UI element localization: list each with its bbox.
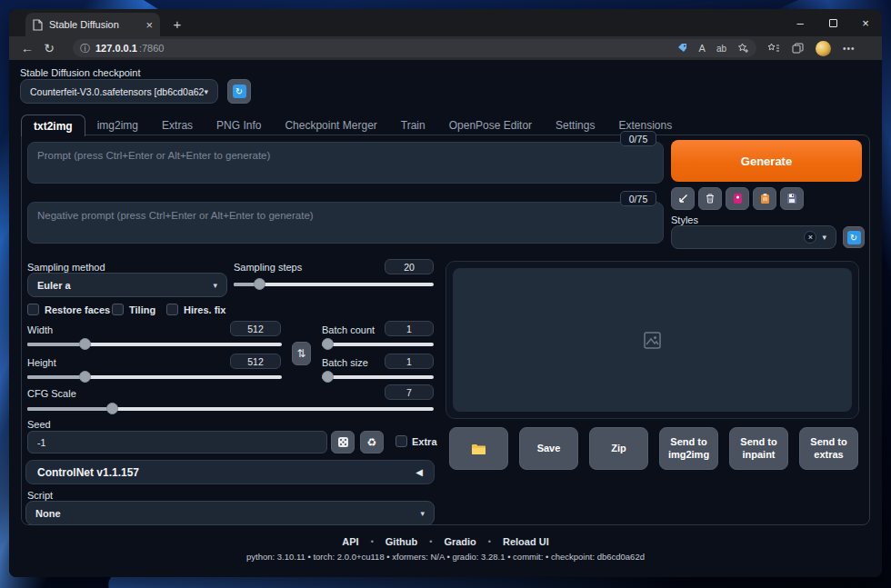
styles-label: Styles — [671, 214, 698, 225]
trash-icon — [705, 193, 716, 204]
random-seed-button[interactable] — [331, 431, 355, 453]
save-style-button[interactable] — [780, 187, 804, 210]
sampling-method-value: Euler a — [37, 280, 71, 291]
slider-thumb[interactable] — [322, 371, 334, 383]
sampling-steps-input[interactable] — [385, 259, 434, 274]
browser-tab-title: Stable Diffusion — [49, 19, 139, 30]
address-bar[interactable]: ⓘ 127.0.0.1 :7860 A ab — [73, 39, 756, 57]
tab-txt2img[interactable]: txt2img — [21, 115, 85, 136]
batch-count-label: Batch count — [322, 324, 375, 335]
tab-png-info[interactable]: PNG Info — [205, 115, 273, 135]
batch-count-slider[interactable] — [322, 338, 434, 350]
slider-fill — [27, 375, 85, 379]
cfg-scale-input[interactable] — [385, 384, 434, 400]
height-slider[interactable] — [27, 371, 282, 383]
script-select[interactable]: None ▾ — [25, 501, 435, 525]
width-input[interactable] — [230, 321, 281, 336]
negative-prompt-input[interactable] — [27, 202, 664, 244]
read-aloud-icon[interactable]: A — [699, 43, 706, 54]
reload-button[interactable]: ↻ — [38, 41, 60, 55]
dot-separator: • — [488, 537, 491, 546]
sampling-steps-label: Sampling steps — [234, 262, 302, 273]
batch-size-slider[interactable] — [322, 371, 434, 383]
open-folder-button[interactable] — [449, 427, 508, 470]
clear-styles-icon[interactable]: × — [804, 231, 816, 244]
styles-select[interactable]: × ▾ — [671, 225, 836, 249]
tab-settings[interactable]: Settings — [544, 115, 606, 135]
tab-close-icon[interactable]: × — [145, 18, 153, 32]
close-button[interactable]: × — [849, 9, 882, 36]
send-to-inpaint-button[interactable]: Send to inpaint — [729, 427, 788, 470]
gradio-link[interactable]: Gradio — [444, 536, 476, 547]
batch-size-input[interactable] — [385, 354, 434, 369]
prompt-input[interactable] — [27, 142, 664, 184]
tiling-checkbox[interactable] — [112, 304, 124, 315]
height-input[interactable] — [230, 354, 281, 369]
back-button[interactable]: ← — [16, 41, 38, 55]
chevron-down-icon: ▾ — [213, 281, 217, 290]
favorites-bar-icon[interactable] — [767, 43, 780, 54]
browser-menu-icon[interactable]: ••• — [843, 44, 856, 54]
tab-img2img[interactable]: img2img — [85, 115, 150, 135]
checkpoint-select[interactable]: Counterfeit-V3.0.safetensors [db6cd0a62d… — [20, 79, 218, 104]
width-slider[interactable] — [27, 338, 282, 350]
prompt-tool-buttons — [671, 187, 804, 210]
send-to-img2img-button[interactable]: Send to img2img — [659, 427, 718, 470]
translate-icon[interactable]: ab — [716, 44, 726, 54]
new-tab-button[interactable]: + — [169, 16, 185, 33]
checkpoint-refresh-button[interactable]: ↻ — [227, 79, 251, 104]
swap-dimensions-button[interactable]: ⇅ — [292, 342, 311, 365]
profile-avatar[interactable] — [816, 41, 831, 56]
slider-thumb[interactable] — [79, 371, 91, 383]
apply-style-button[interactable] — [753, 187, 776, 210]
reload-ui-link[interactable]: Reload UI — [503, 536, 549, 547]
browser-toolbar: ← ↻ ⓘ 127.0.0.1 :7860 A ab — [9, 36, 882, 60]
reuse-seed-button[interactable]: ♻ — [360, 431, 384, 453]
controlnet-title: ControlNet v1.1.157 — [37, 466, 139, 479]
tab-extras[interactable]: Extras — [150, 115, 205, 135]
stable-diffusion-page: Stable Diffusion checkpoint Counterfeit-… — [9, 60, 882, 577]
api-link[interactable]: API — [342, 536, 358, 547]
github-link[interactable]: Github — [385, 536, 417, 547]
slider-thumb[interactable] — [254, 278, 265, 290]
collections-icon[interactable] — [792, 43, 804, 54]
output-gallery-empty — [453, 268, 852, 412]
save-button[interactable]: Save — [519, 427, 578, 470]
clear-prompt-button[interactable] — [698, 187, 722, 210]
slider-track — [322, 343, 434, 346]
tab-train[interactable]: Train — [389, 115, 437, 135]
extra-networks-button[interactable] — [726, 187, 749, 210]
shopping-tag-icon[interactable] — [677, 43, 688, 54]
site-info-icon[interactable]: ⓘ — [80, 42, 90, 55]
send-to-extras-button[interactable]: Send to extras — [799, 427, 858, 470]
zip-button[interactable]: Zip — [589, 427, 648, 470]
browser-tab[interactable]: Stable Diffusion × — [25, 13, 160, 36]
cfg-scale-slider[interactable] — [27, 403, 434, 414]
seed-input[interactable] — [27, 431, 327, 453]
batch-count-input[interactable] — [385, 321, 434, 336]
styles-refresh-button[interactable]: ↻ — [843, 226, 865, 248]
arrow-down-left-icon — [677, 193, 689, 204]
tab-openpose-editor[interactable]: OpenPose Editor — [437, 115, 544, 135]
recycle-icon: ♻ — [367, 436, 377, 449]
hires-fix-checkbox[interactable] — [166, 304, 178, 315]
sampling-steps-slider[interactable] — [234, 278, 434, 290]
footer-links: API • Github • Gradio • Reload UI — [9, 536, 882, 547]
generate-button[interactable]: Generate — [671, 140, 862, 182]
slider-thumb[interactable] — [79, 338, 91, 350]
controlnet-accordion[interactable]: ControlNet v1.1.157 ◀ — [25, 460, 435, 484]
url-host: 127.0.0.1 — [95, 43, 137, 54]
restore-faces-checkbox[interactable] — [27, 304, 39, 315]
sampling-method-select[interactable]: Euler a ▾ — [27, 273, 227, 297]
paste-params-button[interactable] — [671, 187, 695, 210]
seed-label: Seed — [27, 419, 51, 430]
slider-thumb[interactable] — [106, 403, 118, 414]
slider-thumb[interactable] — [322, 338, 334, 350]
image-placeholder-icon — [644, 332, 661, 349]
tab-checkpoint-merger[interactable]: Checkpoint Merger — [273, 115, 388, 135]
extra-seed-checkbox[interactable] — [395, 435, 407, 447]
negative-prompt-token-counter: 0/75 — [620, 191, 656, 206]
minimize-button[interactable]: – — [784, 9, 816, 36]
add-favorite-icon[interactable] — [737, 43, 749, 54]
maximize-button[interactable] — [816, 9, 849, 36]
